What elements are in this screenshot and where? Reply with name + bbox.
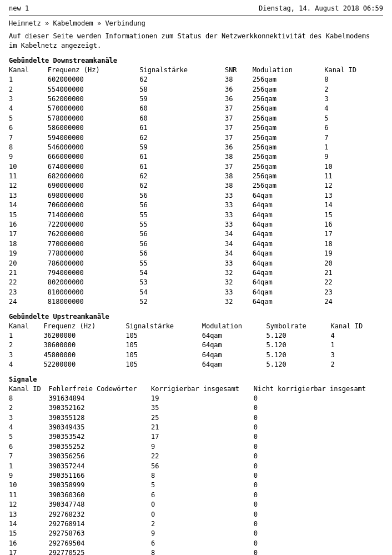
description: Auf dieser Seite werden Informationen zu… bbox=[9, 32, 383, 51]
table-cell: 14 bbox=[9, 201, 48, 210]
table-row: 106740000006137256qam10 bbox=[9, 162, 383, 172]
table-row: 45220000010564qam5.1202 bbox=[9, 360, 383, 369]
table-cell: 23 bbox=[324, 288, 383, 297]
table-cell: 706000000 bbox=[48, 201, 140, 210]
table-row: 1529275876390 bbox=[9, 529, 383, 538]
table-cell: 24 bbox=[324, 297, 383, 307]
table-cell: 9 bbox=[151, 529, 254, 538]
table-cell: 1 bbox=[9, 75, 48, 84]
table-cell: 15 bbox=[9, 211, 48, 220]
table-cell: 9 bbox=[151, 442, 254, 452]
table-cell: 58 bbox=[139, 85, 225, 94]
table-cell: 0 bbox=[254, 423, 383, 432]
table-cell: 256qam bbox=[253, 123, 325, 133]
table-cell: 21 bbox=[151, 423, 254, 432]
table-cell: 4 bbox=[330, 331, 383, 341]
upstream-section: Gebündelte Upstreamkanäle Kanal Frequenz… bbox=[9, 313, 383, 370]
col-frequenz: Frequenz (Hz) bbox=[43, 322, 125, 331]
table-cell: 64qam bbox=[202, 360, 267, 369]
table-cell: 8 bbox=[9, 394, 48, 403]
table-cell: 554000000 bbox=[48, 85, 140, 94]
table-cell: 33 bbox=[225, 288, 253, 297]
table-cell: 0 bbox=[254, 500, 383, 509]
table-cell: 37 bbox=[225, 104, 253, 113]
table-cell: 21 bbox=[324, 268, 383, 278]
signals-title: Signale bbox=[9, 376, 383, 383]
downstream-header: Kanal Frequenz (Hz) Signalstärke SNR Mod… bbox=[9, 66, 383, 75]
table-cell: 13 bbox=[324, 191, 383, 201]
table-cell: 54 bbox=[139, 288, 225, 297]
table-cell: 390353542 bbox=[48, 432, 151, 442]
table-cell: 256qam bbox=[253, 152, 325, 162]
table-cell: 0 bbox=[254, 548, 383, 555]
table-cell: 762000000 bbox=[48, 229, 140, 239]
table-cell: 62 bbox=[139, 172, 225, 181]
table-cell: 37 bbox=[225, 123, 253, 133]
table-cell: 390352162 bbox=[48, 403, 151, 413]
table-cell: 62 bbox=[139, 133, 225, 143]
table-cell: 12 bbox=[9, 500, 48, 509]
table-cell: 64qam bbox=[253, 268, 325, 278]
table-cell: 14 bbox=[9, 519, 48, 529]
table-cell: 33 bbox=[225, 201, 253, 210]
table-cell: 55 bbox=[139, 259, 225, 268]
table-cell: 55 bbox=[139, 211, 225, 220]
table-cell: 390355252 bbox=[48, 442, 151, 452]
table-cell: 32 bbox=[225, 268, 253, 278]
table-cell: 62 bbox=[139, 75, 225, 84]
table-row: 116820000006238256qam11 bbox=[9, 172, 383, 181]
table-cell: 390358999 bbox=[48, 481, 151, 490]
table-row: 17762000000563464qam17 bbox=[9, 229, 383, 239]
header-divider bbox=[9, 16, 383, 16]
col-kanal: Kanal bbox=[9, 322, 43, 331]
table-cell: 56 bbox=[139, 249, 225, 258]
table-cell: 19 bbox=[324, 249, 383, 258]
table-cell: 37 bbox=[225, 114, 253, 123]
table-cell: 586000000 bbox=[48, 123, 140, 133]
table-cell: 256qam bbox=[253, 85, 325, 94]
table-row: 1629276950460 bbox=[9, 539, 383, 548]
table-row: 25540000005836256qam2 bbox=[9, 85, 383, 94]
table-cell: 0 bbox=[254, 481, 383, 490]
table-cell: 34 bbox=[225, 229, 253, 239]
table-cell: 2 bbox=[9, 85, 48, 94]
table-cell: 1 bbox=[324, 143, 383, 152]
table-row: 55780000006037256qam5 bbox=[9, 114, 383, 123]
table-row: 34580000010564qam5.1203 bbox=[9, 351, 383, 360]
table-cell: 8 bbox=[151, 548, 254, 555]
table-cell: 34 bbox=[225, 239, 253, 249]
downstream-table: Kanal Frequenz (Hz) Signalstärke SNR Mod… bbox=[9, 66, 383, 307]
table-cell: 16 bbox=[324, 220, 383, 229]
table-cell: 12 bbox=[9, 181, 48, 191]
table-cell: 0 bbox=[254, 452, 383, 461]
table-cell: 25 bbox=[151, 413, 254, 423]
table-cell: 61 bbox=[139, 152, 225, 162]
upstream-body: 13620000010564qam5.120423860000010564qam… bbox=[9, 331, 383, 370]
table-row: 5390353542170 bbox=[9, 432, 383, 442]
table-cell: 64qam bbox=[202, 331, 267, 341]
table-row: 1239034774800 bbox=[9, 500, 383, 509]
table-row: 65860000006137256qam6 bbox=[9, 123, 383, 133]
table-cell: 17 bbox=[9, 229, 48, 239]
table-row: 23860000010564qam5.1201 bbox=[9, 341, 383, 350]
tab-title: new 1 bbox=[9, 4, 29, 12]
table-cell: 11 bbox=[9, 172, 48, 181]
table-cell: 786000000 bbox=[48, 259, 140, 268]
table-cell: 722000000 bbox=[48, 220, 140, 229]
table-cell: 5.120 bbox=[267, 351, 331, 360]
table-row: 21794000000543264qam21 bbox=[9, 268, 383, 278]
table-cell: 61 bbox=[139, 162, 225, 172]
table-cell: 8 bbox=[324, 75, 383, 84]
downstream-title: Gebündelte Downstreamkanäle bbox=[9, 57, 383, 64]
table-cell: 778000000 bbox=[48, 249, 140, 258]
table-cell: 21 bbox=[9, 268, 48, 278]
table-cell: 52 bbox=[139, 297, 225, 307]
col-korrigierbar: Korrigierbar insgesamt bbox=[151, 384, 254, 394]
table-cell: 18 bbox=[9, 239, 48, 249]
table-cell: 54 bbox=[139, 268, 225, 278]
table-cell: 3 bbox=[9, 94, 48, 104]
table-cell: 17 bbox=[324, 229, 383, 239]
table-cell: 52200000 bbox=[43, 360, 125, 369]
table-row: 16722000000553364qam16 bbox=[9, 220, 383, 229]
table-cell: 2 bbox=[9, 403, 48, 413]
